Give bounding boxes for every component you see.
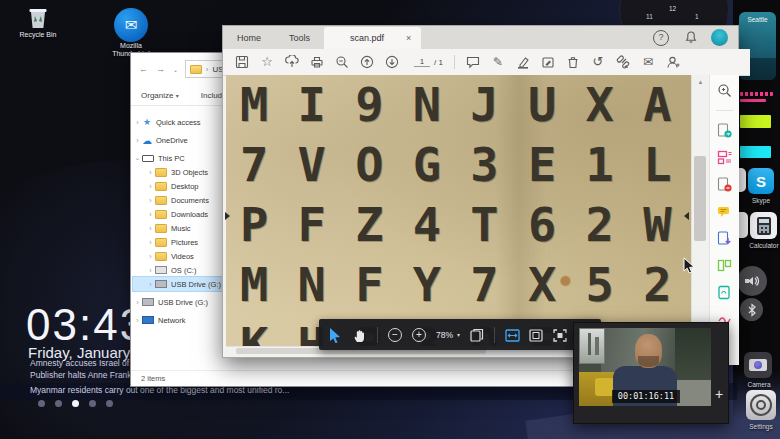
speaker-icon[interactable]: [737, 266, 767, 296]
tree-item[interactable]: › Quick access: [133, 115, 223, 129]
tree-chevron-icon[interactable]: ›: [133, 299, 142, 306]
tree-chevron-icon[interactable]: ›: [146, 169, 155, 176]
pencil-annotate-icon[interactable]: ✎: [491, 55, 505, 69]
tree-chevron-icon[interactable]: ›: [146, 225, 155, 232]
hand-tool-icon[interactable]: [353, 328, 367, 342]
add-contact-icon[interactable]: [666, 55, 680, 69]
calculator-icon[interactable]: [750, 212, 777, 239]
left-panel-toggle-icon[interactable]: [225, 212, 230, 220]
zoom-level-dropdown[interactable]: 78% ▾: [436, 330, 460, 340]
help-icon[interactable]: ?: [653, 30, 669, 46]
organize-pages-icon[interactable]: [717, 150, 732, 165]
tree-item[interactable]: › Videos: [133, 249, 223, 263]
pager-dot[interactable]: [55, 400, 62, 407]
right-panel-toggle-icon[interactable]: [684, 212, 689, 220]
export-document-icon[interactable]: [717, 123, 732, 138]
pager-dot[interactable]: [106, 400, 113, 407]
save-icon[interactable]: [235, 55, 249, 69]
tree-chevron-icon[interactable]: ›: [133, 317, 142, 324]
desktop-icon-recycle-bin[interactable]: Recycle Bin: [18, 5, 58, 39]
select-tool-icon[interactable]: [329, 328, 343, 342]
tree-item[interactable]: › Desktop: [133, 179, 223, 193]
add-icon[interactable]: +: [715, 386, 723, 402]
email-icon[interactable]: ✉: [641, 55, 655, 69]
tree-item[interactable]: › USB Drive (G:): [133, 277, 223, 291]
link-icon[interactable]: [616, 55, 630, 69]
share-upload-icon[interactable]: [285, 55, 299, 69]
news-headline-1[interactable]: Amnesty accuses Israel of a: [30, 358, 136, 368]
back-icon[interactable]: ←: [139, 64, 148, 74]
settings-icon[interactable]: [746, 390, 776, 420]
tree-chevron-icon[interactable]: ⌄: [133, 154, 142, 162]
pager-dot[interactable]: [38, 400, 45, 407]
loupe-search-icon[interactable]: [717, 83, 732, 98]
comments-panel-icon[interactable]: [717, 204, 732, 219]
tree-item[interactable]: › OS (C:): [133, 263, 223, 277]
bluetooth-icon[interactable]: [740, 298, 763, 321]
ribbon-tab[interactable]: Home: [223, 27, 275, 49]
print-icon[interactable]: [310, 55, 324, 69]
close-tab-icon[interactable]: ×: [406, 27, 411, 49]
ribbon-tab[interactable]: Tools: [275, 27, 324, 49]
favorite-star-icon[interactable]: ☆: [260, 55, 274, 69]
delete-trash-icon[interactable]: [566, 55, 580, 69]
sign-stamp-icon[interactable]: [541, 55, 555, 69]
tree-item[interactable]: › Pictures: [133, 235, 223, 249]
camera-icon[interactable]: [744, 352, 772, 378]
tree-chevron-icon[interactable]: ›: [146, 281, 155, 288]
undo-rotate-icon[interactable]: ↺: [591, 55, 605, 69]
zoom-in-button[interactable]: +: [412, 328, 426, 342]
notification-bell-icon[interactable]: [684, 30, 698, 44]
pager-dot[interactable]: [72, 400, 79, 407]
tree-item[interactable]: › 3D Objects: [133, 165, 223, 179]
tree-item[interactable]: › Downloads: [133, 207, 223, 221]
tree-item[interactable]: ⌄ This PC: [133, 151, 223, 165]
fit-width-icon[interactable]: [505, 328, 519, 342]
document-tab[interactable]: scan.pdf ×: [324, 27, 421, 49]
organize-button[interactable]: Organize ▾: [141, 91, 179, 100]
import-data-icon[interactable]: [717, 231, 732, 246]
recent-dropdown-icon[interactable]: ⌄: [173, 66, 178, 73]
tree-chevron-icon[interactable]: ›: [146, 197, 155, 204]
fullscreen-icon[interactable]: [553, 328, 567, 342]
pager-dot[interactable]: [89, 400, 96, 407]
current-page-input[interactable]: 1: [414, 57, 430, 67]
tree-chevron-icon[interactable]: ›: [133, 137, 142, 144]
zoom-out-button[interactable]: −: [388, 328, 402, 342]
tree-item[interactable]: › USB Drive (G:): [133, 295, 223, 309]
highlighter-icon[interactable]: [516, 55, 530, 69]
previous-page-icon[interactable]: [360, 55, 374, 69]
scroll-up-icon[interactable]: ▲: [692, 79, 709, 85]
tree-item[interactable]: › Music: [133, 221, 223, 235]
tree-chevron-icon[interactable]: ›: [146, 267, 155, 274]
tree-item[interactable]: › Network: [133, 313, 223, 327]
delete-pages-icon[interactable]: [717, 177, 732, 192]
camera-label: Camera: [742, 381, 776, 388]
tree-chevron-icon[interactable]: ›: [146, 183, 155, 190]
fit-page-icon[interactable]: [529, 328, 543, 342]
vertical-scrollbar[interactable]: ▲ ▼: [691, 75, 709, 346]
scrollbar-thumb[interactable]: [694, 156, 706, 241]
tree-chevron-icon[interactable]: ›: [146, 239, 155, 246]
pdf-document-page[interactable]: M I 9 N J U X A7 V O G 3 E 1 LP F Z 4 T …: [226, 75, 691, 346]
tree-chevron-icon[interactable]: ›: [146, 253, 155, 260]
tree-chevron-icon[interactable]: ›: [146, 211, 155, 218]
account-avatar[interactable]: [711, 29, 728, 46]
pdf-convert-icon[interactable]: [717, 285, 732, 300]
tree-item[interactable]: › OneDrive: [133, 133, 223, 147]
person-beard: [638, 356, 659, 367]
page-number-box[interactable]: 1 / 1: [414, 57, 443, 67]
desktop-icon-thunderbird[interactable]: ✉ Mozilla Thunderbird: [105, 8, 157, 58]
zoom-out-icon[interactable]: [335, 55, 349, 69]
page-thumbnail-icon[interactable]: [470, 328, 484, 342]
next-page-icon[interactable]: [385, 55, 399, 69]
news-headline-2[interactable]: Publisher halts Anne Frank b: [30, 370, 139, 380]
tree-item-icon: [142, 316, 154, 324]
skype-icon[interactable]: S: [748, 168, 774, 194]
forward-icon[interactable]: →: [156, 64, 165, 74]
webcam-overlay[interactable]: 00:01:16:11: [573, 322, 729, 424]
tree-item[interactable]: › Documents: [133, 193, 223, 207]
tree-chevron-icon[interactable]: ›: [133, 119, 142, 126]
split-view-icon[interactable]: [717, 258, 732, 273]
comment-icon[interactable]: [466, 55, 480, 69]
